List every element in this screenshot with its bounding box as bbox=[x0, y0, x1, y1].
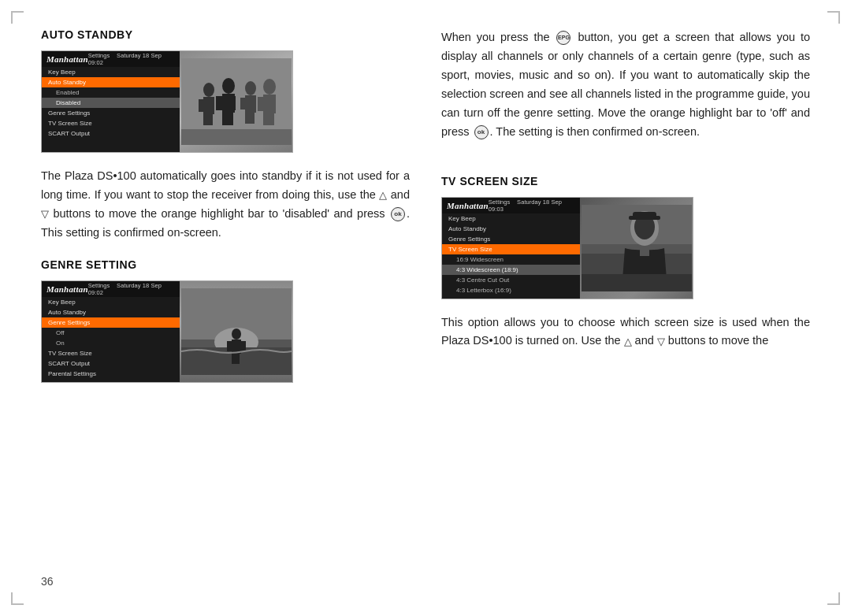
menu-item-43wide: 4:3 Widescreen (18:9) bbox=[442, 265, 580, 275]
svg-rect-22 bbox=[269, 97, 276, 111]
corner-br bbox=[827, 592, 840, 605]
menu-item-tvsize-3: TV Screen Size bbox=[442, 244, 580, 254]
genre-setting-title: GENRE SETTING bbox=[41, 258, 410, 271]
tv-screen-header: Manhattan Settings Saturday 18 Sep 09:03 bbox=[442, 198, 580, 213]
svg-point-7 bbox=[222, 78, 235, 94]
genre-screen-header: Manhattan Settings Saturday 18 Sep 09:02 bbox=[42, 281, 180, 297]
ok-icon-2: ok bbox=[474, 125, 489, 139]
genre-setting-section: GENRE SETTING Manhattan Settings Saturda… bbox=[41, 258, 410, 397]
ok-icon-1: ok bbox=[391, 207, 405, 221]
auto-standby-section: AUTO STANDBY Manhattan Settings Saturday… bbox=[41, 28, 410, 258]
svg-point-30 bbox=[232, 328, 241, 340]
genre-body-text: When you press the EPG button, you get a… bbox=[441, 28, 810, 142]
genre-setting-menu: Manhattan Settings Saturday 18 Sep 09:02… bbox=[42, 281, 180, 382]
auto-standby-body: The Plaza DS•100 automatically goes into… bbox=[41, 167, 410, 243]
page-number: 36 bbox=[41, 575, 54, 588]
page-wrapper: AUTO STANDBY Manhattan Settings Saturday… bbox=[0, 0, 851, 616]
tv-screen-size-section: TV SCREEN SIZE Manhattan Settings Saturd… bbox=[441, 175, 810, 351]
up-arrow-icon: △ bbox=[379, 187, 387, 203]
menu-item-tvsize-2: TV Screen Size bbox=[42, 348, 180, 358]
svg-rect-33 bbox=[240, 341, 246, 351]
svg-rect-12 bbox=[228, 113, 233, 125]
svg-rect-10 bbox=[229, 96, 236, 110]
genre-setting-image bbox=[180, 281, 292, 382]
svg-rect-11 bbox=[222, 113, 228, 125]
menu-item-genre-3: Genre Settings bbox=[442, 234, 580, 244]
svg-rect-44 bbox=[582, 274, 692, 291]
svg-rect-18 bbox=[250, 113, 255, 124]
menu-item-scart: SCART Output bbox=[42, 128, 180, 139]
auto-standby-menu-list: Key Beep Auto Standby Enabled Disabled G… bbox=[42, 67, 180, 139]
menu-item-on: On bbox=[42, 338, 180, 348]
menu-item-parental: Parental Settings bbox=[42, 369, 180, 379]
auto-standby-image bbox=[180, 51, 292, 152]
tv-menu-list: Key Beep Auto Standby Genre Settings TV … bbox=[442, 213, 580, 295]
left-column: AUTO STANDBY Manhattan Settings Saturday… bbox=[41, 28, 410, 588]
genre-menu-list: Key Beep Auto Standby Genre Settings Off… bbox=[42, 297, 180, 379]
svg-rect-43 bbox=[640, 248, 649, 256]
right-column: When you press the EPG button, you get a… bbox=[441, 28, 810, 588]
auto-standby-screen: Manhattan Settings Saturday 18 Sep 09:02… bbox=[41, 50, 293, 153]
menu-item-autostandby-2: Auto Standby bbox=[42, 307, 180, 317]
menu-item-disabled: Disabled bbox=[42, 98, 180, 108]
people-silhouette bbox=[181, 58, 292, 145]
up-arrow-icon-2: △ bbox=[624, 333, 632, 350]
down-arrow-icon: ▽ bbox=[41, 206, 49, 222]
genre-header-info: Settings Saturday 18 Sep 09:02 bbox=[88, 282, 175, 296]
svg-rect-25 bbox=[181, 129, 292, 145]
menu-item-auto-standby: Auto Standby bbox=[42, 77, 180, 87]
tv-screen-size-title: TV SCREEN SIZE bbox=[441, 175, 810, 187]
menu-item-keybeep-2: Key Beep bbox=[42, 297, 180, 307]
svg-point-19 bbox=[263, 79, 276, 95]
tv-screen-size-screen: Manhattan Settings Saturday 18 Sep 09:03… bbox=[441, 197, 693, 299]
menu-item-centrecut: 4:3 Centre Cut Out bbox=[442, 275, 580, 285]
menu-item-genre: Genre Settings bbox=[42, 108, 180, 118]
tv-screen-image bbox=[580, 198, 693, 299]
menu-item: Key Beep bbox=[42, 67, 180, 77]
svg-point-13 bbox=[245, 81, 256, 95]
menu-item-tvsize: TV Screen Size bbox=[42, 118, 180, 128]
svg-rect-35 bbox=[236, 354, 240, 364]
corner-tl bbox=[11, 11, 24, 24]
svg-rect-42 bbox=[633, 212, 656, 218]
svg-rect-3 bbox=[199, 99, 204, 112]
epg-icon: EPG bbox=[556, 31, 570, 45]
menu-item-enabled: Enabled bbox=[42, 87, 180, 98]
manhattan-logo: Manhattan bbox=[46, 54, 88, 64]
menu-item-scart-2: SCART Output bbox=[42, 358, 180, 369]
svg-point-1 bbox=[203, 83, 214, 97]
tv-screen-size-body: This option allows you to choose which s… bbox=[441, 314, 810, 351]
menu-item-letterbox: 4:3 Letterbox (16:9) bbox=[442, 285, 580, 295]
genre-setting-screen: Manhattan Settings Saturday 18 Sep 09:02… bbox=[41, 280, 293, 383]
menu-item-autostandby-3: Auto Standby bbox=[442, 224, 580, 234]
down-arrow-icon-2: ▽ bbox=[657, 333, 665, 350]
page: AUTO STANDBY Manhattan Settings Saturday… bbox=[0, 0, 851, 616]
portrait-silhouette bbox=[582, 205, 692, 291]
auto-standby-menu: Manhattan Settings Saturday 18 Sep 09:02… bbox=[42, 51, 180, 152]
tv-header-info: Settings Saturday 18 Sep 09:03 bbox=[489, 199, 575, 213]
svg-rect-6 bbox=[208, 114, 213, 125]
svg-rect-34 bbox=[232, 354, 236, 364]
menu-item-genre-2: Genre Settings bbox=[42, 317, 180, 328]
tv-screen-menu: Manhattan Settings Saturday 18 Sep 09:03… bbox=[442, 198, 580, 299]
svg-rect-5 bbox=[203, 114, 208, 125]
svg-rect-24 bbox=[269, 113, 274, 125]
auto-standby-header-info: Settings Saturday 18 Sep 09:02 bbox=[88, 52, 175, 66]
menu-item-off: Off bbox=[42, 328, 180, 338]
corner-tr bbox=[827, 11, 840, 24]
sunset-silhouette bbox=[181, 288, 292, 375]
svg-rect-17 bbox=[245, 113, 250, 124]
menu-item-169wide: 16:9 Widescreen bbox=[442, 254, 580, 265]
svg-rect-9 bbox=[216, 96, 223, 110]
svg-rect-16 bbox=[251, 98, 256, 109]
svg-rect-32 bbox=[227, 341, 232, 351]
svg-rect-15 bbox=[240, 98, 246, 109]
auto-standby-title: AUTO STANDBY bbox=[41, 28, 410, 41]
svg-rect-4 bbox=[209, 99, 214, 112]
menu-item-keybeep-3: Key Beep bbox=[442, 213, 580, 224]
auto-standby-screen-header: Manhattan Settings Saturday 18 Sep 09:02 bbox=[42, 51, 180, 67]
corner-bl bbox=[11, 592, 24, 605]
svg-rect-21 bbox=[258, 97, 264, 111]
manhattan-logo-3: Manhattan bbox=[447, 201, 489, 210]
svg-rect-23 bbox=[263, 113, 269, 125]
